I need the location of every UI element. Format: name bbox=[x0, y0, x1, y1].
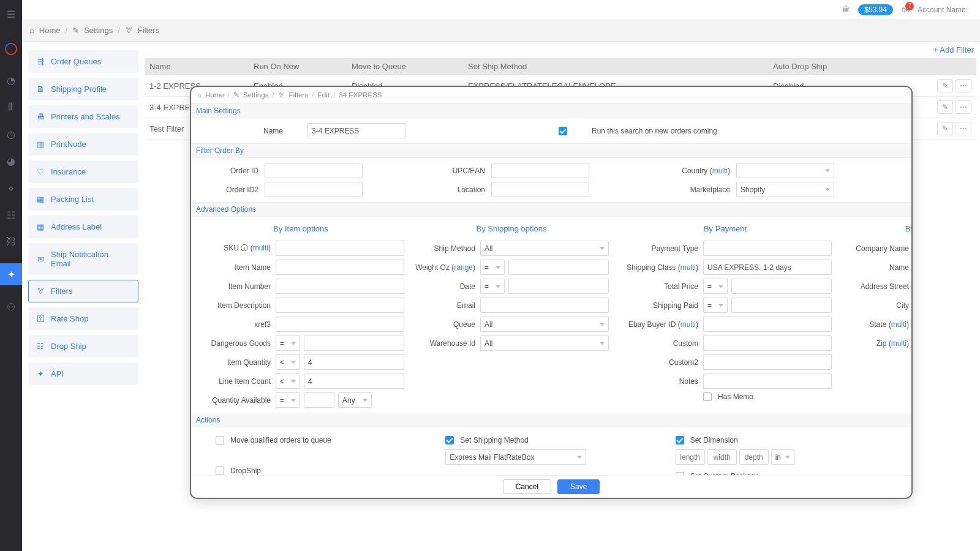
qty-avail-any-select[interactable]: Any bbox=[338, 392, 372, 408]
line-count-op-select[interactable]: < bbox=[276, 373, 300, 389]
set-ship-method-checkbox[interactable] bbox=[445, 436, 454, 444]
pencil-icon: ✎ bbox=[72, 26, 79, 35]
item-number-input[interactable] bbox=[276, 279, 404, 294]
marketplace-select[interactable]: Shopify bbox=[736, 182, 834, 197]
run-on-new-checkbox[interactable] bbox=[559, 127, 567, 135]
sidemenu-drop-ship[interactable]: ☷Drop Ship bbox=[28, 335, 138, 358]
gauge-icon[interactable]: ◔ bbox=[6, 75, 17, 86]
set-dimension-checkbox[interactable] bbox=[676, 436, 684, 444]
total-op-select[interactable]: = bbox=[703, 279, 728, 294]
more-button[interactable]: ⋯ bbox=[956, 122, 971, 135]
width-input[interactable] bbox=[707, 449, 737, 465]
unit-select[interactable]: in bbox=[771, 449, 794, 465]
date-input[interactable] bbox=[508, 279, 609, 294]
ebay-input[interactable] bbox=[703, 317, 832, 332]
sku-input[interactable] bbox=[276, 241, 404, 256]
country-select[interactable] bbox=[736, 163, 834, 178]
custom-input[interactable] bbox=[703, 335, 832, 351]
edit-button[interactable]: ✎ bbox=[937, 79, 953, 92]
line-count-input[interactable] bbox=[304, 373, 404, 389]
ship-method-select[interactable]: All bbox=[480, 241, 609, 256]
sidemenu-shipping-profile[interactable]: 🗎Shipping Profile bbox=[28, 78, 138, 100]
sidemenu-order-queues[interactable]: ⇶Order Queues bbox=[28, 50, 138, 73]
barcode-icon[interactable]: 𝄃𝄃 bbox=[6, 102, 17, 113]
sku-multi-link[interactable]: multi bbox=[253, 244, 268, 252]
mcrumb-filters[interactable]: Filters bbox=[289, 91, 308, 99]
sidemenu-packing-list[interactable]: ▦Packing List bbox=[28, 188, 138, 211]
total-input[interactable] bbox=[731, 279, 832, 294]
cart-icon[interactable]: 🛍7 bbox=[902, 6, 909, 14]
sidemenu-rate-shop[interactable]: ⚿Rate Shop bbox=[28, 307, 138, 330]
add-filter-link[interactable]: + Add Filter bbox=[933, 45, 974, 54]
more-button[interactable]: ⋯ bbox=[956, 79, 971, 92]
queue-select[interactable]: All bbox=[480, 317, 609, 332]
dropship-checkbox[interactable] bbox=[216, 467, 224, 475]
paid-input[interactable] bbox=[731, 298, 832, 313]
item-qty-input[interactable] bbox=[304, 354, 404, 370]
state-multi[interactable]: multi bbox=[891, 320, 907, 329]
crumb-settings[interactable]: Settings bbox=[84, 26, 113, 35]
save-button[interactable]: Save bbox=[557, 479, 600, 494]
item-name-input[interactable] bbox=[276, 260, 404, 275]
sliders-icon[interactable]: ☷ bbox=[6, 209, 17, 220]
notes-input[interactable] bbox=[703, 373, 832, 389]
ship-class-input[interactable] bbox=[703, 260, 832, 275]
email-input[interactable] bbox=[480, 298, 609, 313]
balance-badge[interactable]: $53.94 bbox=[858, 4, 893, 15]
label-country: Country (multi) bbox=[650, 167, 730, 175]
name-input[interactable] bbox=[307, 123, 405, 138]
ebay-multi[interactable]: multi bbox=[680, 320, 696, 329]
custom2-input[interactable] bbox=[703, 354, 832, 370]
mcrumb-home[interactable]: Home bbox=[205, 91, 224, 99]
qty-avail-input[interactable] bbox=[304, 392, 334, 408]
weight-op-select[interactable]: = bbox=[480, 260, 505, 275]
link-icon[interactable]: ⛓ bbox=[6, 236, 17, 247]
user-icon[interactable]: ⚇ bbox=[6, 301, 17, 312]
sidemenu-insurance[interactable]: ♡Insurance bbox=[28, 160, 138, 183]
move-queue-checkbox[interactable] bbox=[216, 436, 224, 444]
clock-icon[interactable]: ◷ bbox=[6, 129, 17, 140]
sidemenu-api[interactable]: ✦API bbox=[28, 362, 138, 385]
sidemenu-address-label[interactable]: ▦Address Label bbox=[28, 216, 138, 238]
item-qty-op-select[interactable]: < bbox=[276, 354, 300, 370]
item-desc-input[interactable] bbox=[276, 298, 404, 313]
sidemenu-printers-scales[interactable]: 🖶Printers and Scales bbox=[28, 105, 138, 128]
warehouse-select[interactable]: All bbox=[480, 335, 609, 351]
has-memo-checkbox[interactable] bbox=[703, 392, 712, 401]
weight-input[interactable] bbox=[508, 260, 609, 275]
country-multi-link[interactable]: multi bbox=[712, 167, 728, 175]
crumb-home[interactable]: Home bbox=[39, 26, 61, 35]
ship-class-multi[interactable]: multi bbox=[680, 263, 696, 272]
qty-avail-op-select[interactable]: = bbox=[276, 392, 300, 408]
dangerous-input[interactable] bbox=[304, 335, 404, 351]
edit-button[interactable]: ✎ bbox=[937, 100, 953, 114]
cancel-button[interactable]: Cancel bbox=[503, 479, 551, 494]
bank-icon[interactable]: 🏛 bbox=[842, 6, 850, 14]
weight-range-link[interactable]: range bbox=[454, 263, 473, 272]
date-op-select[interactable]: = bbox=[480, 279, 505, 294]
magic-icon[interactable]: ✦ bbox=[0, 263, 22, 285]
sidemenu-printnode[interactable]: ▥PrintNode bbox=[28, 133, 138, 156]
edit-button[interactable]: ✎ bbox=[937, 122, 953, 135]
order-id2-input[interactable] bbox=[265, 182, 363, 197]
sidemenu-ship-notification[interactable]: ✉Ship Notification Email bbox=[28, 243, 138, 275]
mcrumb-edit[interactable]: Edit bbox=[317, 91, 330, 99]
zip-multi[interactable]: multi bbox=[891, 339, 907, 348]
more-button[interactable]: ⋯ bbox=[956, 100, 971, 114]
xref3-input[interactable] bbox=[276, 317, 404, 332]
location-input[interactable] bbox=[491, 182, 589, 197]
paid-op-select[interactable]: = bbox=[703, 298, 728, 313]
payment-type-input[interactable] bbox=[703, 241, 832, 256]
dangerous-op-select[interactable]: = bbox=[276, 335, 300, 351]
sidemenu-filters[interactable]: ⩔Filters bbox=[28, 280, 138, 302]
order-id-input[interactable] bbox=[265, 163, 363, 178]
menu-icon[interactable]: ☰ bbox=[6, 9, 17, 20]
mcrumb-settings[interactable]: Settings bbox=[243, 91, 269, 99]
set-ship-method-select[interactable]: Express Mail FlatRateBox bbox=[445, 449, 586, 465]
code-icon[interactable]: ⋄ bbox=[6, 182, 17, 193]
crumb-filters[interactable]: Filters bbox=[138, 26, 159, 35]
pie-icon[interactable]: ◕ bbox=[6, 156, 17, 167]
length-input[interactable] bbox=[676, 449, 705, 465]
upc-input[interactable] bbox=[491, 163, 589, 178]
depth-input[interactable] bbox=[739, 449, 769, 465]
